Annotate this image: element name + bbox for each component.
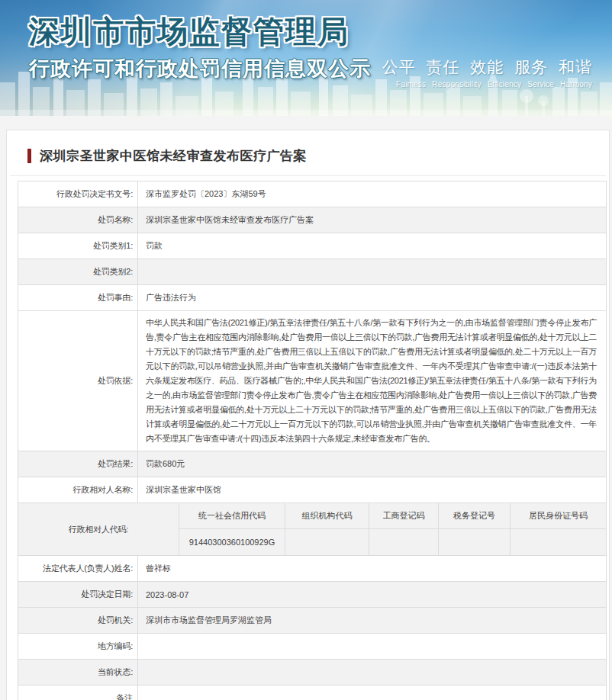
code-table-value-cell	[511, 529, 606, 555]
row-value: 罚款	[138, 233, 606, 258]
info-table: 行政处罚决定书文号:深市监罗处罚〔2023〕东湖59号处罚名称:深圳宗圣世家中医…	[18, 181, 607, 700]
banner-subtitle: 行政许可和行政处罚信用信息双公示	[29, 55, 371, 82]
table-row: 处罚依据:中华人民共和国广告法(2021修正)/第五章法律责任/第五十八条/第一…	[18, 311, 606, 451]
agency-title: 深圳市市场监督管理局	[29, 11, 349, 53]
code-table-value-cell	[285, 529, 369, 555]
row-label: 法定代表人(负责人)姓名:	[18, 556, 138, 581]
row-label: 地方编码:	[18, 634, 138, 659]
code-table-header-cell: 居民身份证号码	[511, 503, 606, 529]
row-value	[138, 634, 606, 659]
table-row: 行政相对人名称:深圳宗圣世家中医馆	[18, 477, 606, 503]
row-value: 深圳市市场监督管理局罗湖监管局	[138, 608, 606, 633]
row-label: 处罚名称:	[18, 207, 138, 233]
code-table-header-cell: 组织机构代码	[285, 503, 369, 529]
row-label: 处罚类别1:	[18, 233, 138, 258]
code-table-value-cell	[439, 529, 511, 555]
table-row: 处罚类别1:罚款	[18, 233, 606, 259]
row-label: 行政相对人名称:	[18, 477, 138, 503]
table-row: 处罚事由:广告违法行为	[18, 285, 606, 311]
table-row: 处罚机关:深圳市市场监督管理局罗湖监管局	[18, 608, 606, 634]
table-row: 行政处罚决定书文号:深市监罗处罚〔2023〕东湖59号	[18, 181, 606, 207]
code-table-header-cell: 税务登记号	[439, 503, 511, 529]
row-value	[138, 686, 606, 700]
red-accent-bar	[27, 149, 31, 163]
case-title-row: 深圳宗圣世家中医馆未经审查发布医疗广告案	[7, 130, 609, 165]
content-panel: 深圳宗圣世家中医馆未经审查发布医疗广告案 行政处罚决定书文号:深市监罗处罚〔20…	[6, 130, 610, 700]
row-label: 处罚依据:	[18, 311, 138, 451]
row-value: 广告违法行为	[138, 285, 606, 310]
row-value: 深圳宗圣世家中医馆未经审查发布医疗广告案	[138, 207, 606, 233]
code-grid: 统一社会信用代码组织机构代码工商登记码税务登记号居民身份证号码914403003…	[179, 503, 606, 555]
table-row: 处罚决定日期:2023-08-07	[18, 582, 606, 608]
table-row: 处罚名称:深圳宗圣世家中医馆未经审查发布医疗广告案	[18, 207, 606, 233]
page-title: 深圳宗圣世家中医馆未经审查发布医疗广告案	[40, 147, 307, 165]
table-row: 处罚类别2:	[18, 259, 606, 285]
table-row: 法定代表人(负责人)姓名:曾祥标	[18, 556, 606, 582]
slogan-block: 公平 责任 效能 服务 和谐 Faimess Responsibility Ef…	[382, 56, 592, 88]
slogan-chinese: 公平 责任 效能 服务 和谐	[382, 56, 592, 78]
row-label: 备注	[18, 686, 138, 700]
code-table-header-cell: 工商登记码	[369, 503, 439, 529]
row-value	[138, 259, 606, 284]
row-label: 处罚结果:	[18, 451, 138, 477]
row-value: 深市监罗处罚〔2023〕东湖59号	[138, 181, 606, 207]
code-row: 行政相对人代码:统一社会信用代码组织机构代码工商登记码税务登记号居民身份证号码9…	[18, 503, 606, 556]
row-label: 行政处罚决定书文号:	[18, 181, 138, 207]
row-value	[138, 660, 606, 685]
code-table-header-cell: 统一社会信用代码	[179, 503, 285, 529]
site-banner: 深圳市市场监督管理局 行政许可和行政处罚信用信息双公示 公平 责任 效能 服务 …	[0, 0, 612, 116]
row-value: 曾祥标	[138, 556, 606, 581]
row-label: 处罚事由:	[18, 285, 138, 310]
title-separator	[10, 175, 606, 176]
row-value: 2023-08-07	[138, 582, 606, 607]
row-value: 深圳宗圣世家中医馆	[138, 477, 606, 503]
row-label: 处罚类别2:	[18, 259, 138, 284]
row-label: 处罚决定日期:	[18, 582, 138, 607]
row-value: 罚款680元	[138, 451, 606, 477]
code-table-value-cell	[369, 529, 439, 555]
code-table-value-cell: 91440300360100929G	[179, 529, 285, 555]
row-label: 行政相对人代码:	[18, 503, 179, 555]
table-row: 当前状态:	[18, 660, 606, 686]
table-row: 地方编码:	[18, 634, 606, 660]
row-label: 处罚机关:	[18, 608, 138, 633]
row-value: 中华人民共和国广告法(2021修正)/第五章法律责任/第五十八条/第一款有下列行…	[138, 311, 606, 451]
slogan-english: Faimess Responsibility Efficiency Servic…	[382, 80, 592, 88]
table-row: 备注	[18, 686, 606, 700]
row-label: 当前状态:	[18, 660, 138, 685]
table-row: 处罚结果:罚款680元	[18, 451, 606, 477]
